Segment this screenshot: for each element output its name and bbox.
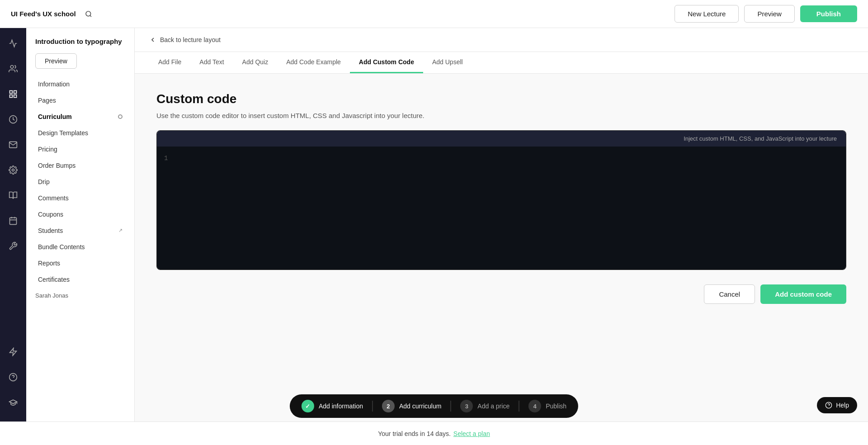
step-circle-2: 2 — [382, 400, 395, 412]
nav-item-bundle-contents[interactable]: Bundle Contents — [29, 239, 132, 255]
sidebar-icon-tools[interactable] — [5, 238, 21, 254]
sidebar-icon-lightning[interactable] — [5, 344, 21, 360]
trial-bar: Your trial ends in 14 days. Select a pla… — [0, 421, 868, 445]
new-lecture-button[interactable]: New Lecture — [675, 5, 739, 23]
svg-line-1 — [90, 15, 91, 17]
step-circle-3: 3 — [460, 400, 473, 412]
sidebar-icon-calendar[interactable] — [5, 213, 21, 229]
topbar: UI Feed's UX school New Lecture Preview … — [0, 0, 868, 28]
code-editor-toolbar: Inject custom HTML, CSS, and JavaScript … — [157, 131, 846, 147]
subnav-item-add-custom-code[interactable]: Add Custom Code — [350, 52, 423, 73]
back-bar[interactable]: Back to lecture layout — [135, 28, 868, 52]
step-label-4: Publish — [546, 402, 566, 410]
back-arrow-icon — [149, 36, 156, 43]
subnav-item-add-text[interactable]: Add Text — [190, 52, 233, 73]
step-label-1: Add information — [319, 402, 363, 410]
subnav-item-add-file[interactable]: Add File — [149, 52, 190, 73]
nav-item-comments[interactable]: Comments — [29, 190, 132, 206]
nav-item-label: Pages — [38, 97, 56, 104]
nav-item-dot — [118, 114, 123, 119]
help-label: Help — [836, 402, 849, 409]
page-title: Custom code — [156, 92, 846, 106]
sidebar-icon-settings[interactable] — [5, 162, 21, 178]
nav-item-order-bumps[interactable]: Order Bumps — [29, 157, 132, 174]
line-numbers: 1 — [164, 154, 168, 262]
progress-step-1[interactable]: ✓Add information — [292, 394, 372, 418]
content-area: Back to lecture layout Add FileAdd TextA… — [135, 28, 868, 445]
svg-point-8 — [12, 169, 14, 171]
svg-rect-6 — [10, 95, 13, 98]
sidebar-icon-money[interactable] — [5, 111, 21, 128]
user-name-label: Sarah Jonas — [26, 288, 134, 303]
nav-item-label: Comments — [38, 194, 69, 202]
nav-item-coupons[interactable]: Coupons — [29, 206, 132, 222]
code-editor-hint: Inject custom HTML, CSS, and JavaScript … — [684, 135, 837, 142]
svg-rect-3 — [10, 91, 13, 94]
help-circle-icon — [825, 402, 832, 409]
subnav-item-add-upsell[interactable]: Add Upsell — [423, 52, 472, 73]
help-button[interactable]: Help — [817, 397, 857, 413]
nav-item-drip[interactable]: Drip — [29, 174, 132, 190]
cancel-button[interactable]: Cancel — [704, 284, 755, 304]
sidebar-icon-library[interactable] — [5, 187, 21, 204]
app-title: UI Feed's UX school — [11, 10, 76, 18]
svg-point-2 — [10, 66, 14, 69]
preview-button[interactable]: Preview — [744, 5, 794, 23]
nav-item-label: Pricing — [38, 146, 57, 153]
svg-marker-13 — [10, 348, 17, 356]
icon-sidebar: SJ — [0, 28, 26, 445]
nav-item-label: Information — [38, 80, 70, 88]
sidebar-icon-graduation[interactable] — [5, 394, 21, 411]
progress-step-2[interactable]: 2Add curriculum — [373, 394, 450, 418]
nav-item-pricing[interactable]: Pricing — [29, 141, 132, 157]
progress-step-4[interactable]: 4Publish — [519, 394, 576, 418]
progress-step-3[interactable]: 3Add a price — [451, 394, 519, 418]
nav-item-label: Certificates — [38, 276, 70, 283]
sidebar-icon-users[interactable] — [5, 61, 21, 77]
action-buttons: Cancel Add custom code — [156, 284, 846, 304]
step-label-2: Add curriculum — [399, 402, 441, 410]
nav-item-label: Students — [38, 227, 63, 234]
subnav-item-add-code-example[interactable]: Add Code Example — [277, 52, 350, 73]
svg-rect-9 — [10, 218, 17, 224]
sidebar-icon-analytics[interactable] — [5, 35, 21, 52]
nav-item-label: Reports — [38, 260, 60, 267]
search-icon — [85, 10, 92, 18]
topbar-right: New Lecture Preview Publish — [675, 5, 857, 23]
nav-item-information[interactable]: Information — [29, 76, 132, 92]
nav-items-list: InformationPagesCurriculumDesign Templat… — [26, 76, 134, 288]
course-title: Introduction to typography — [26, 28, 134, 50]
sidebar-icon-question[interactable] — [5, 369, 21, 385]
sidebar-icon-dashboard[interactable] — [5, 86, 21, 102]
topbar-left: UI Feed's UX school — [11, 7, 96, 21]
search-button[interactable] — [81, 7, 96, 21]
code-editor: Inject custom HTML, CSS, and JavaScript … — [156, 130, 846, 270]
code-editor-body: 1 — [157, 147, 846, 270]
publish-top-button[interactable]: Publish — [800, 5, 857, 22]
main-layout: SJ Introduction to typography Preview In… — [0, 28, 868, 445]
nav-item-label: Coupons — [38, 211, 63, 218]
nav-item-pages[interactable]: Pages — [29, 92, 132, 109]
select-plan-link[interactable]: Select a plan — [453, 430, 490, 437]
nav-item-label: Design Templates — [38, 129, 88, 137]
svg-rect-5 — [14, 95, 17, 98]
svg-rect-4 — [14, 91, 17, 94]
nav-item-label: Order Bumps — [38, 162, 75, 169]
nav-item-label: Drip — [38, 178, 50, 185]
nav-preview-button[interactable]: Preview — [35, 53, 77, 69]
lecture-subnav: Add FileAdd TextAdd QuizAdd Code Example… — [135, 52, 868, 74]
add-custom-code-button[interactable]: Add custom code — [760, 284, 846, 304]
nav-item-design-templates[interactable]: Design Templates — [29, 125, 132, 141]
sidebar-icon-mail[interactable] — [5, 137, 21, 153]
subnav-item-add-quiz[interactable]: Add Quiz — [233, 52, 278, 73]
nav-item-curriculum[interactable]: Curriculum — [29, 109, 132, 125]
nav-item-reports[interactable]: Reports — [29, 255, 132, 271]
nav-item-label: Bundle Contents — [38, 243, 85, 251]
step-circle-1: ✓ — [302, 400, 314, 412]
step-circle-4: 4 — [528, 400, 541, 412]
back-link-text: Back to lecture layout — [160, 36, 221, 43]
nav-item-students[interactable]: Students↗ — [29, 222, 132, 239]
code-input[interactable] — [175, 154, 839, 262]
trial-text: Your trial ends in 14 days. — [378, 430, 451, 437]
nav-item-certificates[interactable]: Certificates — [29, 271, 132, 288]
